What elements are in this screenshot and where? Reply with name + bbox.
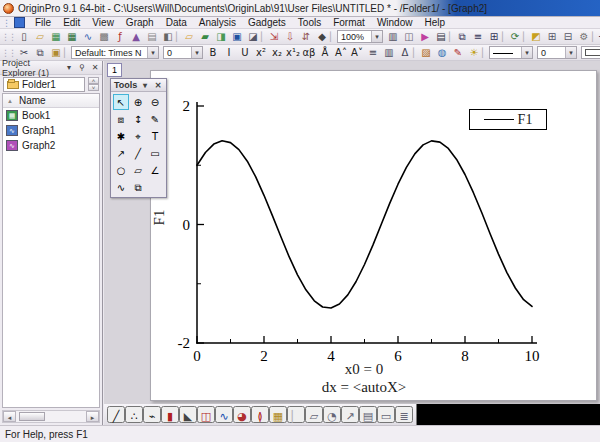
duplicate-window[interactable]: ⧉ (454, 30, 470, 44)
project-explorer-toggle[interactable]: ◩ (528, 30, 544, 44)
mask-tool[interactable]: ✱ (113, 128, 129, 144)
subscript[interactable]: x₂ (269, 46, 285, 60)
print-preview[interactable]: ◫ (401, 30, 417, 44)
y-axis-title[interactable]: F1 (151, 208, 168, 228)
split-worksheet[interactable]: ≡ (470, 30, 486, 44)
polygon-tool[interactable]: ▱ (130, 162, 146, 178)
line-tool[interactable]: ╱ (130, 145, 146, 161)
angstrom[interactable]: Å (317, 46, 333, 60)
menu-graph[interactable]: Graph (120, 17, 160, 29)
rectangle-tool[interactable]: ▭ (147, 145, 163, 161)
rescale-tool[interactable]: ✎ (147, 111, 163, 127)
line-symbol-plot[interactable]: ⌁ (143, 406, 161, 423)
increase-font[interactable]: A˄ (333, 46, 349, 60)
new-graph[interactable]: ∿ (80, 30, 96, 44)
italic[interactable]: I (221, 46, 237, 60)
x-axis-title-line1[interactable]: x0 = 0 (281, 361, 447, 378)
current-folder[interactable]: Folder1 (3, 77, 85, 92)
save-project[interactable]: ▣ (229, 30, 245, 44)
circle-tool[interactable]: ○ (113, 162, 129, 178)
open-sample[interactable]: ◨ (213, 30, 229, 44)
menu-window[interactable]: Window (371, 17, 419, 29)
freehand-tool[interactable]: ∿ (113, 179, 129, 195)
font-name-combo[interactable]: Default: Times N ▾ (71, 46, 159, 59)
underline[interactable]: U (237, 46, 253, 60)
open[interactable]: ▱ (181, 30, 197, 44)
layer-1-button[interactable]: 1 (107, 63, 122, 77)
import-wizard[interactable]: ⇲ (266, 30, 282, 44)
move-data-tool[interactable]: ↕ (130, 111, 146, 127)
statistics-plot[interactable]: ▤ (359, 406, 377, 423)
menu-analysis[interactable]: Analysis (193, 17, 242, 29)
video-capture[interactable]: ▤ (433, 30, 449, 44)
refresh[interactable]: ⟳ (507, 30, 523, 44)
align-left[interactable]: ≡ (365, 46, 381, 60)
polygon-region[interactable]: ▱ (305, 406, 323, 423)
decrease-font[interactable]: A˅ (349, 46, 365, 60)
new-layout[interactable]: ◧ (160, 30, 176, 44)
border-style-combo[interactable]: ▾ (581, 46, 600, 59)
list-item[interactable]: ∿ Graph2 (3, 138, 99, 153)
data-reader-tool[interactable]: ⌖ (130, 128, 146, 144)
menu-tools[interactable]: Tools (292, 17, 327, 29)
new-3d-plot[interactable]: ▲ (128, 30, 144, 44)
lighting[interactable]: ☀ (466, 46, 482, 60)
separator[interactable]: ▏ (330, 30, 335, 44)
chevron-down-icon[interactable]: ▾ (371, 31, 382, 42)
line-plot[interactable]: ╱ (107, 406, 125, 423)
separator[interactable]: ▏ (64, 46, 69, 60)
new-workbook[interactable]: ▦ (48, 30, 64, 44)
font-size-combo[interactable]: 0 ▾ (163, 46, 203, 59)
line-color[interactable]: ✎ (450, 46, 466, 60)
chevron-down-icon[interactable]: ▾ (521, 47, 532, 58)
spline-plot[interactable]: ∿ (215, 406, 233, 423)
palette-menu-icon[interactable]: ▾ (140, 81, 150, 90)
polyline-tool[interactable]: ∠ (147, 162, 163, 178)
area-plot[interactable]: ◣ (179, 406, 197, 423)
separator[interactable]: ▏ (482, 46, 487, 60)
new-function-plot[interactable]: ƒ (112, 30, 128, 44)
menu-file[interactable]: File (29, 17, 57, 29)
pie-3d[interactable]: ◔ (323, 406, 341, 423)
scroll-left-icon[interactable]: ◂ (3, 411, 16, 422)
name-column-header[interactable]: ▲ Name (3, 94, 99, 108)
vector-plot[interactable]: ↗ (341, 406, 359, 423)
import-multiple-ascii[interactable]: ⇵ (298, 30, 314, 44)
stock-chart[interactable]: ≬ (251, 406, 269, 423)
3d-plot[interactable]: ▦ (269, 406, 287, 423)
pointer-tool[interactable]: ↖ (113, 94, 129, 110)
open-excel[interactable]: ▰ (197, 30, 213, 44)
graph-window-menu-icon[interactable] (14, 17, 25, 28)
project-explorer-hscrollbar[interactable]: ◂ ▸ (2, 410, 100, 423)
menu-view[interactable]: View (86, 17, 120, 29)
menu-edit[interactable]: Edit (57, 17, 86, 29)
command-window-toggle[interactable]: ⊟ (560, 30, 576, 44)
zoom-in-tool[interactable]: ⊕ (130, 94, 146, 110)
chevron-down-icon[interactable]: ▾ (565, 47, 576, 58)
close-icon[interactable]: ✕ (90, 63, 100, 72)
menu-data[interactable]: Data (160, 17, 193, 29)
spin-up-icon[interactable]: ˄ (88, 77, 99, 84)
scale-in-tool[interactable]: ⧈ (113, 111, 129, 127)
scroll-right-icon[interactable]: ▸ (86, 411, 99, 422)
results-log-toggle[interactable]: ⊞ (544, 30, 560, 44)
graph-page[interactable]: -2020246810 F1 x0 = 0 dx = <autoX> F1 (150, 70, 597, 401)
zoom-out-tool[interactable]: ⊖ (147, 94, 163, 110)
column-plot[interactable]: ▮ (161, 406, 179, 423)
pie-chart[interactable]: ◕ (233, 406, 251, 423)
fill-color[interactable]: ▨ (418, 46, 434, 60)
new-folder[interactable]: ▱ (32, 30, 48, 44)
menu-help[interactable]: Help (418, 17, 451, 29)
menu-gadgets[interactable]: Gadgets (242, 17, 292, 29)
arrow-tool[interactable]: ↗ (113, 145, 129, 161)
zoom-level-combo[interactable]: 100% ▾ (337, 30, 383, 43)
super-subscript[interactable]: x¹₂ (285, 46, 301, 60)
digitizer[interactable]: ◆ (314, 30, 330, 44)
new-matrix[interactable]: ▩ (96, 30, 112, 44)
print[interactable]: ▥ (385, 30, 401, 44)
chevron-down-icon[interactable]: ▾ (191, 47, 202, 58)
text-tool[interactable]: T (147, 128, 163, 144)
merge-windows[interactable]: ⊞ (486, 30, 502, 44)
close-icon[interactable]: ✕ (153, 81, 163, 90)
legend-box[interactable]: F1 (469, 109, 547, 130)
